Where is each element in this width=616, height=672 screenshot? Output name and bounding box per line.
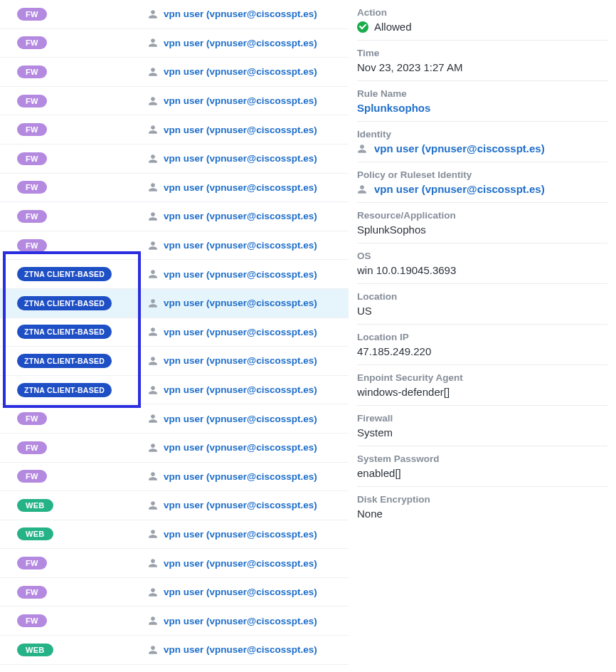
table-row[interactable]: WEBvpn user (vpnuser@ciscosspt.es) <box>0 636 349 665</box>
field-label: Rule Name <box>357 88 607 99</box>
user-icon <box>148 443 158 453</box>
type-badge: ZTNA CLIENT-BASED <box>17 354 112 368</box>
table-row[interactable]: FWvpn user (vpnuser@ciscosspt.es) <box>0 231 349 261</box>
table-row[interactable]: FWvpn user (vpnuser@ciscosspt.es) <box>0 87 349 116</box>
user-icon <box>148 356 158 366</box>
badge-cell: FW <box>0 95 148 107</box>
badge-cell: FW <box>0 210 148 223</box>
user-link[interactable]: vpn user (vpnuser@ciscosspt.es) <box>148 616 317 626</box>
policy-identity-text: vpn user (vpnuser@ciscosspt.es) <box>374 183 545 195</box>
field-label: Time <box>357 48 607 58</box>
table-row[interactable]: ZTNA CLIENT-BASEDvpn user (vpnuser@cisco… <box>0 347 349 376</box>
field-value: None <box>357 508 607 520</box>
user-link[interactable]: vpn user (vpnuser@ciscosspt.es) <box>148 644 317 655</box>
user-link[interactable]: vpn user (vpnuser@ciscosspt.es) <box>148 153 317 164</box>
user-text: vpn user (vpnuser@ciscosspt.es) <box>164 182 317 193</box>
badge-cell: FW <box>0 441 148 454</box>
user-text: vpn user (vpnuser@ciscosspt.es) <box>164 616 317 626</box>
user-link[interactable]: vpn user (vpnuser@ciscosspt.es) <box>148 211 317 221</box>
type-badge: FW <box>17 614 47 627</box>
badge-cell: ZTNA CLIENT-BASED <box>0 383 148 397</box>
field-value: windows-defender[] <box>357 386 607 398</box>
table-row[interactable]: FWvpn user (vpnuser@ciscosspt.es) <box>0 607 349 636</box>
user-link[interactable]: vpn user (vpnuser@ciscosspt.es) <box>148 9 317 19</box>
table-row[interactable]: FWvpn user (vpnuser@ciscosspt.es) <box>0 463 349 492</box>
table-row[interactable]: FWvpn user (vpnuser@ciscosspt.es) <box>0 174 349 203</box>
table-row[interactable]: FWvpn user (vpnuser@ciscosspt.es) <box>0 0 349 29</box>
action-value: Allowed <box>357 21 607 33</box>
table-row[interactable]: WEBvpn user (vpnuser@ciscosspt.es) <box>0 520 349 550</box>
table-row[interactable]: FWvpn user (vpnuser@ciscosspt.es) <box>0 29 349 58</box>
user-link[interactable]: vpn user (vpnuser@ciscosspt.es) <box>148 500 317 510</box>
user-link[interactable]: vpn user (vpnuser@ciscosspt.es) <box>148 442 317 453</box>
user-link[interactable]: vpn user (vpnuser@ciscosspt.es) <box>148 414 317 424</box>
table-row[interactable]: FWvpn user (vpnuser@ciscosspt.es) <box>0 434 349 463</box>
table-row[interactable]: FWvpn user (vpnuser@ciscosspt.es) <box>0 578 349 607</box>
table-row[interactable]: FWvpn user (vpnuser@ciscosspt.es) <box>0 145 349 174</box>
user-link[interactable]: vpn user (vpnuser@ciscosspt.es) <box>148 471 317 482</box>
type-badge: ZTNA CLIENT-BASED <box>17 383 112 397</box>
type-badge: ZTNA CLIENT-BASED <box>17 325 112 339</box>
user-link[interactable]: vpn user (vpnuser@ciscosspt.es) <box>148 240 317 251</box>
type-badge: FW <box>17 123 47 136</box>
user-text: vpn user (vpnuser@ciscosspt.es) <box>164 644 317 655</box>
field-label: Location <box>357 291 607 302</box>
type-badge: FW <box>17 557 47 569</box>
field-policy-identity: Policy or Ruleset Identity vpn user (vpn… <box>357 162 607 203</box>
field-os: OS win 10.0.19045.3693 <box>357 243 607 284</box>
field-label: Policy or Ruleset Identity <box>357 169 607 180</box>
user-link[interactable]: vpn user (vpnuser@ciscosspt.es) <box>148 38 317 48</box>
field-label: Resource/Application <box>357 210 607 221</box>
user-link[interactable]: vpn user (vpnuser@ciscosspt.es) <box>148 66 317 77</box>
table-row[interactable]: FWvpn user (vpnuser@ciscosspt.es) <box>0 549 349 578</box>
user-link[interactable]: vpn user (vpnuser@ciscosspt.es) <box>148 529 317 540</box>
identity-link[interactable]: vpn user (vpnuser@ciscosspt.es) <box>357 142 607 154</box>
user-link[interactable]: vpn user (vpnuser@ciscosspt.es) <box>148 125 317 135</box>
field-time: Time Nov 23, 2023 1:27 AM <box>357 41 607 81</box>
table-row[interactable]: ZTNA CLIENT-BASEDvpn user (vpnuser@cisco… <box>0 318 349 347</box>
user-link[interactable]: vpn user (vpnuser@ciscosspt.es) <box>148 327 317 337</box>
table-row[interactable]: FWvpn user (vpnuser@ciscosspt.es) <box>0 404 349 434</box>
user-text: vpn user (vpnuser@ciscosspt.es) <box>164 95 317 106</box>
user-text: vpn user (vpnuser@ciscosspt.es) <box>164 384 317 395</box>
user-link[interactable]: vpn user (vpnuser@ciscosspt.es) <box>148 384 317 395</box>
user-link[interactable]: vpn user (vpnuser@ciscosspt.es) <box>148 587 317 597</box>
badge-cell: FW <box>0 470 148 483</box>
table-row[interactable]: ZTNA CLIENT-BASEDvpn user (vpnuser@cisco… <box>0 260 349 289</box>
field-label: Enpoint Security Agent <box>357 372 607 383</box>
check-circle-icon <box>357 21 368 33</box>
table-row[interactable]: ZTNA CLIENT-BASEDvpn user (vpnuser@cisco… <box>0 289 349 318</box>
user-text: vpn user (vpnuser@ciscosspt.es) <box>164 9 317 19</box>
user-text: vpn user (vpnuser@ciscosspt.es) <box>164 38 317 48</box>
user-icon <box>148 385 158 395</box>
identity-text: vpn user (vpnuser@ciscosspt.es) <box>374 142 545 154</box>
user-icon <box>148 616 158 626</box>
user-text: vpn user (vpnuser@ciscosspt.es) <box>164 442 317 453</box>
badge-cell: WEB <box>0 644 148 656</box>
type-badge: WEB <box>17 644 53 656</box>
table-row[interactable]: FWvpn user (vpnuser@ciscosspt.es) <box>0 202 349 231</box>
table-row[interactable]: ZTNA CLIENT-BASEDvpn user (vpnuser@cisco… <box>0 376 349 405</box>
user-link[interactable]: vpn user (vpnuser@ciscosspt.es) <box>148 182 317 193</box>
table-row[interactable]: FWvpn user (vpnuser@ciscosspt.es) <box>0 115 349 145</box>
user-icon <box>357 144 367 154</box>
table-row[interactable]: WEBvpn user (vpnuser@ciscosspt.es) <box>0 491 349 520</box>
user-link[interactable]: vpn user (vpnuser@ciscosspt.es) <box>148 298 317 308</box>
user-icon <box>148 645 158 655</box>
user-text: vpn user (vpnuser@ciscosspt.es) <box>164 500 317 510</box>
user-link[interactable]: vpn user (vpnuser@ciscosspt.es) <box>148 269 317 280</box>
field-action: Action Allowed <box>357 0 607 41</box>
field-endpoint-agent: Enpoint Security Agent windows-defender[… <box>357 365 607 406</box>
user-link[interactable]: vpn user (vpnuser@ciscosspt.es) <box>148 355 317 366</box>
field-label: System Password <box>357 453 607 464</box>
table-row[interactable]: FWvpn user (vpnuser@ciscosspt.es) <box>0 58 349 87</box>
user-icon <box>148 241 158 251</box>
policy-identity-link[interactable]: vpn user (vpnuser@ciscosspt.es) <box>357 183 607 195</box>
type-badge: FW <box>17 586 47 599</box>
user-icon <box>148 327 158 337</box>
user-text: vpn user (vpnuser@ciscosspt.es) <box>164 355 317 366</box>
user-link[interactable]: vpn user (vpnuser@ciscosspt.es) <box>148 95 317 106</box>
rule-name-link[interactable]: Splunksophos <box>357 102 607 114</box>
field-value: System <box>357 426 607 439</box>
user-link[interactable]: vpn user (vpnuser@ciscosspt.es) <box>148 558 317 569</box>
